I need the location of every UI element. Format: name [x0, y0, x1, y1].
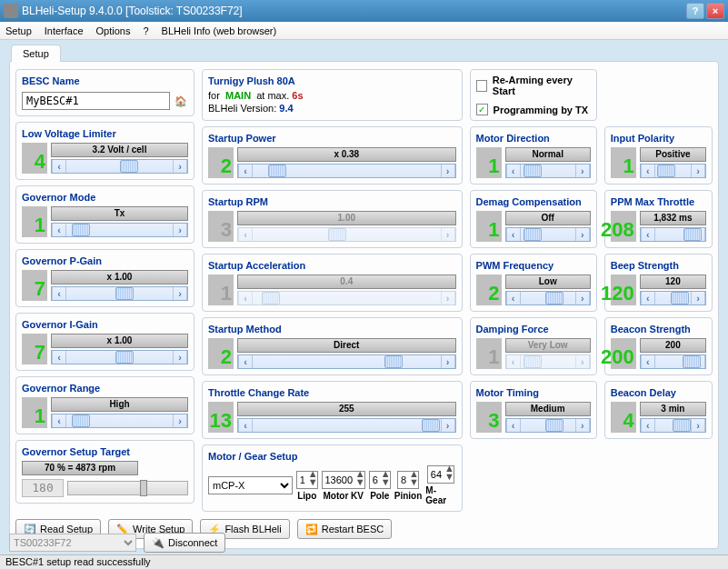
menu-help[interactable]: ?: [143, 25, 148, 36]
beep-dec[interactable]: ‹: [641, 292, 655, 304]
menu-setup[interactable]: Setup: [5, 25, 32, 36]
kv-input[interactable]: [323, 474, 355, 485]
timing-index: 3: [476, 402, 502, 433]
sacc-slider: ‹ ›: [237, 291, 456, 305]
gov-target-slider[interactable]: [67, 481, 188, 495]
inpol-slider[interactable]: ‹ ›: [640, 164, 706, 178]
menu-interface[interactable]: Interface: [45, 25, 84, 36]
timing-inc[interactable]: ›: [575, 419, 590, 432]
timing-group: Motor Timing 3 Medium ‹ ›: [470, 381, 597, 439]
beacon-dec[interactable]: ‹: [641, 355, 655, 368]
mdir-slider[interactable]: ‹ ›: [505, 164, 591, 178]
tab-setup[interactable]: Setup: [11, 45, 61, 62]
srpm-group: Startup RPM 3 1.00 ‹ ›: [202, 190, 463, 248]
rearm-checkbox[interactable]: [476, 80, 487, 92]
damp-value: Very Low: [505, 338, 591, 353]
ppm-group: PPM Max Throttle 208 1,832 ms ‹ ›: [604, 190, 713, 248]
smethod-dec[interactable]: ‹: [238, 355, 253, 368]
ppm-slider[interactable]: ‹ ›: [640, 227, 706, 242]
bdelay-title: Beacon Delay: [611, 387, 706, 398]
close-button[interactable]: ×: [706, 3, 724, 19]
bdelay-dec[interactable]: ‹: [641, 419, 655, 432]
gmode-inc[interactable]: ›: [173, 224, 187, 236]
fw-version: 9.4: [279, 103, 293, 114]
gi-inc[interactable]: ›: [173, 351, 187, 364]
lipo-input[interactable]: [297, 474, 308, 485]
lvl-inc[interactable]: ›: [173, 160, 187, 173]
tcr-slider[interactable]: ‹ ›: [237, 418, 456, 433]
inpol-group: Input Polarity 1 Positive ‹ ›: [604, 126, 713, 185]
smethod-slider[interactable]: ‹ ›: [237, 354, 456, 369]
grange-inc[interactable]: ›: [173, 414, 187, 427]
besc-name-input[interactable]: [22, 92, 170, 110]
demag-slider[interactable]: ‹ ›: [505, 227, 591, 242]
spow-slider[interactable]: ‹ ›: [237, 164, 456, 178]
lvl-title: Low Voltage Limiter: [22, 128, 188, 139]
spow-inc[interactable]: ›: [441, 165, 455, 177]
restart-button[interactable]: 🔁Restart BESC: [297, 519, 392, 539]
gi-dec[interactable]: ‹: [52, 351, 66, 364]
timing-slider[interactable]: ‹ ›: [505, 418, 591, 433]
smethod-inc[interactable]: ›: [441, 355, 455, 368]
home-icon[interactable]: 🏠: [174, 94, 188, 108]
pole-input[interactable]: [370, 474, 381, 485]
lvl-dec[interactable]: ‹: [52, 160, 66, 173]
besc-name-title: BESC Name: [22, 75, 188, 86]
beep-value: 120: [640, 275, 706, 289]
timing-dec[interactable]: ‹: [506, 419, 521, 432]
pwm-index: 2: [476, 275, 502, 305]
motor-preset-select[interactable]: mCP-X: [208, 476, 293, 494]
bdelay-index: 4: [611, 402, 636, 433]
grange-dec[interactable]: ‹: [52, 414, 66, 427]
port-select[interactable]: TS00233F72: [9, 534, 136, 552]
ppm-value: 1,832 ms: [640, 211, 706, 225]
srpm-title: Startup RPM: [208, 196, 456, 207]
prog-checkbox[interactable]: ✓: [476, 104, 488, 115]
pinion-input[interactable]: [398, 474, 409, 485]
spow-dec[interactable]: ‹: [238, 165, 253, 177]
bdelay-inc[interactable]: ›: [691, 419, 705, 432]
pwm-inc[interactable]: ›: [575, 292, 590, 304]
gmode-dec[interactable]: ‹: [52, 224, 66, 236]
mgear-input[interactable]: [428, 469, 444, 480]
gp-inc[interactable]: ›: [173, 287, 187, 300]
lvl-slider[interactable]: ‹ ›: [51, 159, 188, 174]
help-button[interactable]: ?: [686, 3, 704, 19]
disconnect-button[interactable]: 🔌Disconnect: [144, 533, 225, 553]
gi-slider[interactable]: ‹ ›: [51, 350, 188, 364]
motor-gear-group: Motor / Gear Setup mCP-X ▲▼Lipo ▲▼Motor …: [202, 444, 463, 512]
demag-inc[interactable]: ›: [575, 228, 590, 241]
smethod-value: Direct: [237, 338, 456, 353]
bdelay-slider[interactable]: ‹ ›: [640, 418, 706, 433]
menu-options[interactable]: Options: [96, 25, 131, 36]
gp-dec[interactable]: ‹: [52, 287, 66, 300]
inpol-dec[interactable]: ‹: [641, 165, 655, 177]
app-icon: [4, 4, 18, 18]
beep-slider[interactable]: ‹ ›: [640, 291, 706, 305]
beacon-slider[interactable]: ‹ ›: [640, 354, 706, 369]
main-badge: MAIN: [225, 90, 251, 101]
gmode-slider[interactable]: ‹ ›: [51, 223, 188, 237]
tcr-dec[interactable]: ‹: [238, 419, 253, 432]
damp-slider: ‹ ›: [505, 354, 591, 369]
mdir-title: Motor Direction: [476, 133, 591, 144]
gp-group: Governor P-Gain 7 x 1.00 ‹ ›: [15, 249, 194, 307]
beep-title: Beep Strength: [611, 260, 706, 271]
tcr-inc[interactable]: ›: [441, 419, 455, 432]
grange-slider[interactable]: ‹ ›: [51, 414, 188, 428]
pwm-slider[interactable]: ‹ ›: [505, 291, 591, 305]
mdir-index: 1: [476, 147, 502, 178]
rearm-label: Re-Arming every Start: [493, 75, 591, 96]
ppm-dec[interactable]: ‹: [641, 228, 655, 241]
demag-dec[interactable]: ‹: [506, 228, 521, 241]
gp-slider[interactable]: ‹ ›: [51, 286, 188, 301]
titlebar: BLHeli-Setup 9.4.0.0 [Toolstick: TS00233…: [0, 0, 728, 22]
inpol-inc[interactable]: ›: [691, 165, 705, 177]
beep-inc[interactable]: ›: [691, 292, 705, 304]
pwm-dec[interactable]: ‹: [506, 292, 521, 304]
mdir-inc[interactable]: ›: [575, 165, 590, 177]
demag-index: 1: [476, 211, 502, 242]
menu-blheli-info[interactable]: BLHeli Info (web browser): [162, 25, 277, 36]
mdir-group: Motor Direction 1 Normal ‹ ›: [470, 126, 597, 185]
mdir-dec[interactable]: ‹: [506, 165, 521, 177]
